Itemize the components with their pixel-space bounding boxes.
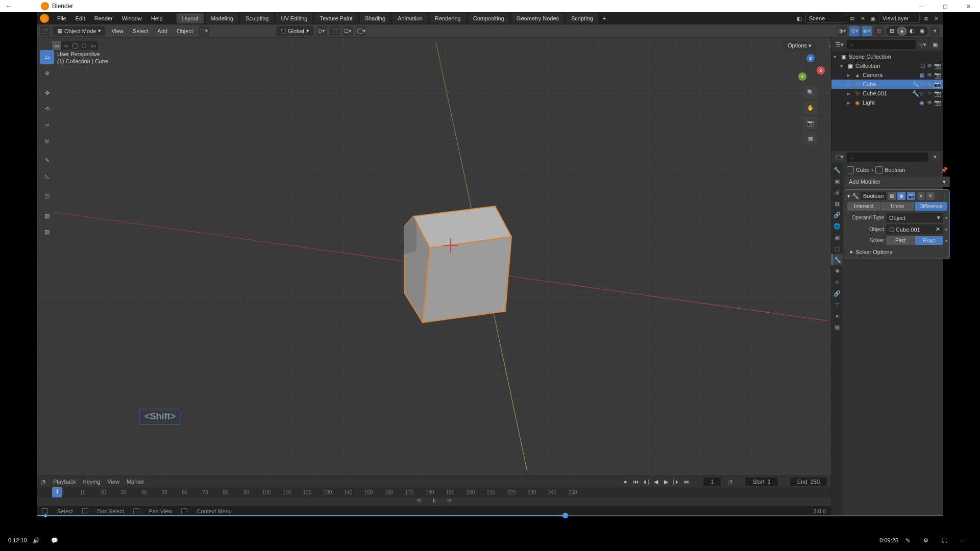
pivot-icon[interactable]: ⊙▾ <box>316 26 327 36</box>
tool-annotate[interactable]: ✎ <box>40 153 54 167</box>
solver-options-toggle[interactable]: ▸Solver Options <box>847 247 947 257</box>
tool-addcube[interactable]: ◫ <box>40 189 54 203</box>
ptab-render[interactable]: ▣ <box>831 176 843 187</box>
selmode-box[interactable]: ▭ <box>61 41 70 50</box>
ptab-viewlayer[interactable]: ▦ <box>831 198 843 209</box>
tab-modeling[interactable]: Modeling <box>206 13 239 23</box>
scene-del-icon[interactable]: ✕ <box>859 14 867 22</box>
tl-pause-icon[interactable]: ⏸ <box>431 497 437 507</box>
eye-icon[interactable]: 👁 <box>927 72 933 79</box>
anim-dot[interactable] <box>945 240 947 242</box>
eye-closed-icon[interactable]: 👁 <box>927 90 933 97</box>
scene-icon[interactable]: ◧ <box>795 14 803 22</box>
end-frame[interactable]: End 250 <box>790 478 827 486</box>
ptab-texture[interactable]: ▦ <box>831 321 843 333</box>
playhead[interactable]: 1 <box>52 487 62 497</box>
ptab-physics[interactable]: ⚛ <box>831 277 843 288</box>
timeline-ruler[interactable]: 1 01020304050607080901001101201301401501… <box>37 487 831 497</box>
ptab-collection[interactable]: ▣ <box>831 232 843 243</box>
keyframe-next-icon[interactable]: |⏵ <box>672 478 681 486</box>
tool-extra1[interactable]: ▧ <box>40 209 54 223</box>
mod-editmode-icon[interactable]: ▣ <box>897 192 905 200</box>
outliner-search[interactable]: ⌕ <box>847 40 916 49</box>
transform-orientation[interactable]: ⬚Global▾ <box>277 26 313 36</box>
outliner-cube[interactable]: ▸▽ Cube 🔧▽ 👁📷 <box>831 80 943 89</box>
tool-move[interactable]: ✥ <box>40 86 54 100</box>
maximize-button[interactable]: ▢ <box>933 0 957 12</box>
mod-grip-icon[interactable]: ⋮⋮ <box>936 193 947 199</box>
mesh-cube[interactable] <box>394 191 517 334</box>
header-select[interactable]: Select <box>130 27 152 36</box>
outliner-camera[interactable]: ▸▲ Camera ▦ 👁📷 <box>831 70 943 80</box>
menu-file[interactable]: File <box>53 14 70 23</box>
ptab-modifiers[interactable]: 🔧 <box>831 254 843 265</box>
close-button[interactable]: ✕ <box>957 0 980 12</box>
axis-gizmo[interactable]: Z X Y <box>795 53 826 84</box>
more-icon[interactable]: ⋯ <box>955 533 970 547</box>
snap-target-icon[interactable]: ⊡▾ <box>343 26 353 36</box>
mod-realtime-icon[interactable]: ▦ <box>888 192 896 200</box>
shading-solid[interactable]: ● <box>897 27 907 36</box>
outliner-light[interactable]: ▸◉ Light ◉ 👁📷 <box>831 98 943 107</box>
tl-rewind-icon[interactable]: ⟲ <box>416 497 421 507</box>
selmode-5[interactable]: ▭ <box>89 41 98 50</box>
camera-view-icon[interactable]: 📷 <box>804 116 817 130</box>
viewport-options[interactable]: Options ▾ <box>783 41 816 51</box>
header-view[interactable]: View <box>108 27 127 36</box>
ptab-material[interactable]: ● <box>831 310 843 321</box>
pin-icon[interactable]: 📌 <box>941 167 948 173</box>
collection-row[interactable]: ▾▣ Collection ☑👁📷 <box>831 61 943 70</box>
tool-transform[interactable]: ◎ <box>40 133 54 147</box>
gizmo-x[interactable]: X <box>817 66 825 74</box>
current-frame[interactable]: 1 <box>703 478 721 486</box>
shading-matprev[interactable]: ◐ <box>907 27 917 36</box>
ptab-world[interactable]: 🌐 <box>831 220 843 232</box>
col-check-icon[interactable]: ☑ <box>920 63 925 69</box>
render-icon[interactable]: 📷 <box>934 72 941 79</box>
outliner-filter-icon[interactable]: ▽▾ <box>918 39 928 49</box>
menu-window[interactable]: Window <box>118 14 146 23</box>
tab-scripting[interactable]: Scripting <box>566 13 598 23</box>
fullscreen-icon[interactable]: ⛶ <box>937 533 951 547</box>
render-icon[interactable]: 📷 <box>934 99 941 106</box>
anim-dot[interactable] <box>945 217 947 219</box>
tool-extra2[interactable]: ▨ <box>40 224 54 239</box>
settings-icon[interactable]: ⚙ <box>919 533 933 547</box>
ptab-object[interactable]: ▢ <box>831 243 843 254</box>
minimize-button[interactable]: — <box>910 0 933 12</box>
mod-name-field[interactable]: Boolean <box>861 192 886 200</box>
solver-fast[interactable]: Fast <box>886 236 915 245</box>
operand-type-select[interactable]: Object▾ <box>886 213 943 222</box>
tab-layout[interactable]: Layout <box>177 13 204 23</box>
back-arrow-icon[interactable]: ← <box>5 2 12 10</box>
mod-collapse[interactable]: ▾ <box>847 193 850 199</box>
ptab-data[interactable]: ▽ <box>831 299 843 310</box>
mod-extra-icon[interactable]: ▾ <box>917 192 925 200</box>
viewlayer-del-icon[interactable]: ✕ <box>932 14 940 22</box>
bc-object[interactable]: Cube <box>856 167 869 173</box>
ptab-scene[interactable]: 🔗 <box>831 209 843 220</box>
op-intersect[interactable]: Intersect <box>847 202 880 211</box>
header-object[interactable]: Object <box>174 27 196 36</box>
tab-rendering[interactable]: Rendering <box>430 13 466 23</box>
video-scrubber[interactable] <box>37 515 943 516</box>
tab-animation[interactable]: Animation <box>393 13 428 23</box>
tab-texpaint[interactable]: Texture Paint <box>314 13 357 23</box>
ptab-constraints[interactable]: 🔗 <box>831 288 843 299</box>
anim-dot[interactable] <box>945 229 947 231</box>
selmode-tweak[interactable]: ▭ <box>52 41 61 50</box>
viewlayer-icon[interactable]: ▣ <box>869 14 877 22</box>
jump-end-icon[interactable]: ⏭ <box>682 478 691 486</box>
tl-playback[interactable]: Playback <box>53 479 76 485</box>
bc-modifier[interactable]: Boolean <box>885 167 905 173</box>
object-picker[interactable]: ▢Cube.001✕ <box>886 224 943 234</box>
play-rev-icon[interactable]: ◀ <box>651 478 660 486</box>
collapse-n-panel[interactable]: ‹ <box>829 43 831 49</box>
tl-view[interactable]: View <box>107 479 119 485</box>
selmode-lasso[interactable]: ⬠ <box>80 41 89 50</box>
solver-exact[interactable]: Exact <box>915 236 944 245</box>
tab-compositing[interactable]: Compositing <box>468 13 509 23</box>
selmode-circle[interactable]: ◯ <box>70 41 80 50</box>
shading-options[interactable]: ▾ <box>930 26 940 36</box>
props-opts-icon[interactable]: ▾ <box>930 152 940 162</box>
